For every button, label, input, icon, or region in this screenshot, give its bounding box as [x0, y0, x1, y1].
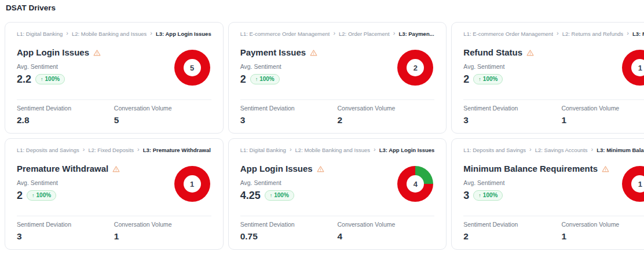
avg-sentiment-label: Avg. Sentiment — [463, 63, 534, 70]
sentiment-deviation-label: Sentiment Deviation — [17, 105, 114, 112]
card-main: Payment Issues Avg. Sentiment 2 ↑100% 2 — [240, 47, 435, 99]
chevron-right-icon: › — [137, 147, 140, 153]
breadcrumb-l2[interactable]: L2: Mobile Banking and Issues — [295, 147, 370, 153]
breadcrumb-l2[interactable]: L2: Fixed Deposits — [88, 147, 134, 153]
trend-badge: ↑100% — [250, 74, 280, 84]
conversation-volume-label: Conversation Volume — [114, 105, 211, 112]
arrow-up-icon: ↑ — [478, 192, 481, 199]
arrow-up-icon: ↑ — [270, 192, 273, 199]
card-title: App Login Issues — [240, 164, 313, 174]
sentiment-donut-chart[interactable]: 1 — [622, 166, 644, 202]
conversation-volume-value: 5 — [114, 115, 211, 125]
breadcrumb-l2[interactable]: L2: Mobile Banking and Issues — [72, 31, 147, 37]
breadcrumb-l2[interactable]: L2: Returns and Refunds — [562, 31, 624, 37]
warning-icon — [317, 165, 324, 173]
chevron-right-icon: › — [83, 147, 85, 153]
conversation-volume-label: Conversation Volume — [561, 105, 644, 112]
sentiment-deviation-label: Sentiment Deviation — [463, 221, 561, 228]
conversation-volume-value: 1 — [561, 115, 644, 125]
avg-sentiment-value: 2 — [240, 73, 246, 85]
conversation-volume-stat: Conversation Volume 5 — [114, 105, 211, 125]
sentiment-donut-chart[interactable]: 5 — [174, 50, 210, 86]
card-title: Minimum Balance Requirements — [463, 164, 598, 174]
donut-center-value: 5 — [190, 64, 194, 72]
breadcrumb-l3[interactable]: L3: Premature Withdrawal — [143, 147, 211, 153]
card-stats: Sentiment Deviation 0.75 Conversation Vo… — [240, 221, 435, 241]
breadcrumb-l3[interactable]: L3: Paymen... — [398, 31, 434, 37]
conversation-volume-value: 2 — [338, 115, 435, 125]
card-metrics: Premature Withdrawal Avg. Sentiment 2 ↑1… — [17, 164, 120, 201]
card-stats: Sentiment Deviation 3 Conversation Volum… — [463, 105, 644, 125]
card-metrics: Payment Issues Avg. Sentiment 2 ↑100% — [240, 47, 317, 85]
breadcrumb: L1: E-commerce Order Management › L2: Or… — [240, 31, 435, 37]
dsat-driver-card[interactable]: L1: Digital Banking › L2: Mobile Banking… — [228, 138, 447, 250]
chevron-right-icon: › — [627, 31, 629, 36]
breadcrumb-l3[interactable]: L3: App Login Issues — [379, 147, 435, 153]
sentiment-donut-chart[interactable]: 4 — [397, 166, 433, 202]
breadcrumb-l1[interactable]: L1: Deposits and Savings — [17, 147, 79, 153]
sentiment-deviation-label: Sentiment Deviation — [463, 105, 561, 112]
dsat-driver-card[interactable]: L1: Deposits and Savings › L2: Fixed Dep… — [5, 138, 224, 250]
trend-value: 100% — [483, 76, 498, 83]
dsat-driver-card[interactable]: L1: Deposits and Savings › L2: Savings A… — [451, 138, 644, 250]
breadcrumb-l3[interactable]: L3: Minimum Balance ... — [597, 147, 644, 153]
avg-sentiment-label: Avg. Sentiment — [463, 179, 609, 186]
card-main: App Login Issues Avg. Sentiment 2.2 ↑100… — [17, 47, 211, 99]
card-title: Refund Status — [463, 47, 522, 58]
breadcrumb: L1: Deposits and Savings › L2: Fixed Dep… — [17, 147, 211, 153]
breadcrumb-l1[interactable]: L1: E-commerce Order Management — [463, 31, 553, 37]
sentiment-deviation-label: Sentiment Deviation — [240, 105, 338, 112]
conversation-volume-stat: Conversation Volume 4 — [338, 221, 435, 241]
breadcrumb-l3[interactable]: L3: App Login Issues — [156, 31, 211, 37]
chevron-right-icon: › — [374, 147, 376, 153]
sentiment-deviation-value: 3 — [17, 231, 114, 241]
breadcrumb-l1[interactable]: L1: Digital Banking — [240, 147, 286, 153]
warning-icon — [310, 49, 317, 57]
sentiment-deviation-value: 0.75 — [240, 231, 338, 241]
chevron-right-icon: › — [150, 31, 152, 36]
sentiment-donut-chart[interactable]: 2 — [397, 50, 433, 86]
card-main: Minimum Balance Requirements Avg. Sentim… — [463, 164, 644, 216]
sentiment-donut-chart[interactable]: 1 — [622, 50, 644, 86]
card-metrics: Minimum Balance Requirements Avg. Sentim… — [463, 164, 609, 201]
sentiment-deviation-label: Sentiment Deviation — [240, 221, 338, 228]
breadcrumb-l1[interactable]: L1: Deposits and Savings — [463, 147, 526, 153]
dsat-drivers-section: DSAT Drivers L1: Digital Banking › L2: M… — [0, 0, 644, 250]
divider — [463, 216, 644, 216]
breadcrumb-l1[interactable]: L1: Digital Banking — [17, 31, 63, 37]
chevron-right-icon: › — [333, 31, 335, 36]
dsat-driver-card[interactable]: L1: E-commerce Order Management › L2: Re… — [451, 22, 644, 134]
dsat-driver-card[interactable]: L1: Digital Banking › L2: Mobile Banking… — [5, 22, 224, 134]
avg-sentiment-label: Avg. Sentiment — [17, 179, 120, 186]
avg-sentiment-value: 4.25 — [240, 190, 261, 201]
sentiment-deviation-stat: Sentiment Deviation 0.75 — [240, 221, 338, 241]
sentiment-deviation-stat: Sentiment Deviation 2.8 — [17, 105, 114, 125]
sentiment-donut-chart[interactable]: 1 — [174, 166, 210, 202]
breadcrumb-l3[interactable]: L3: Refu... — [632, 31, 644, 37]
sentiment-deviation-stat: Sentiment Deviation 3 — [240, 105, 338, 125]
conversation-volume-label: Conversation Volume — [338, 221, 435, 228]
dsat-driver-card[interactable]: L1: E-commerce Order Management › L2: Or… — [228, 22, 447, 134]
divider — [240, 216, 435, 216]
sentiment-deviation-stat: Sentiment Deviation 2 — [463, 221, 561, 241]
avg-sentiment-value: 2 — [17, 190, 23, 201]
avg-sentiment-value: 2 — [463, 73, 469, 85]
conversation-volume-stat: Conversation Volume 2 — [338, 105, 435, 125]
conversation-volume-value: 4 — [338, 231, 435, 241]
trend-badge: ↑100% — [473, 190, 503, 201]
arrow-up-icon: ↑ — [478, 76, 481, 83]
trend-value: 100% — [274, 192, 289, 199]
donut-center-value: 1 — [190, 180, 194, 189]
sentiment-deviation-value: 3 — [240, 115, 338, 125]
card-main: Premature Withdrawal Avg. Sentiment 2 ↑1… — [17, 164, 211, 216]
arrow-up-icon: ↑ — [41, 76, 43, 83]
card-stats: Sentiment Deviation 3 Conversation Volum… — [17, 221, 211, 241]
chevron-right-icon: › — [66, 31, 68, 36]
breadcrumb-l2[interactable]: L2: Order Placement — [339, 31, 390, 37]
card-title: Payment Issues — [240, 47, 306, 58]
trend-value: 100% — [45, 76, 60, 83]
divider — [463, 99, 644, 100]
breadcrumb-l2[interactable]: L2: Savings Accounts — [535, 147, 588, 153]
conversation-volume-label: Conversation Volume — [561, 221, 644, 228]
breadcrumb-l1[interactable]: L1: E-commerce Order Management — [240, 31, 330, 37]
